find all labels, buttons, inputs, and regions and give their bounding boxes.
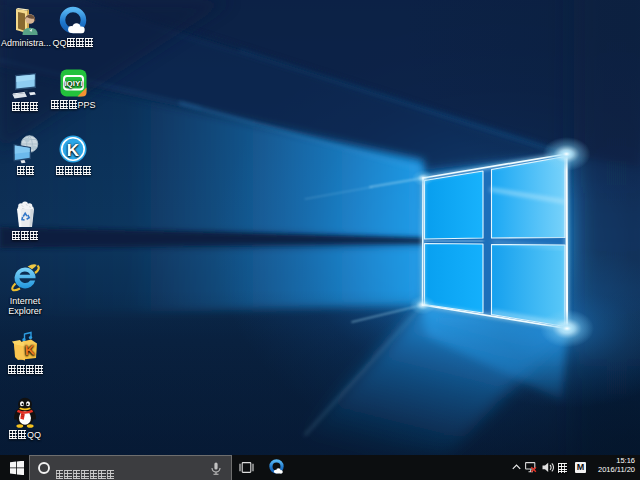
svg-text:K: K [24, 342, 35, 359]
svg-text:K: K [67, 141, 80, 160]
svg-text:iQIYI: iQIYI [64, 79, 82, 88]
